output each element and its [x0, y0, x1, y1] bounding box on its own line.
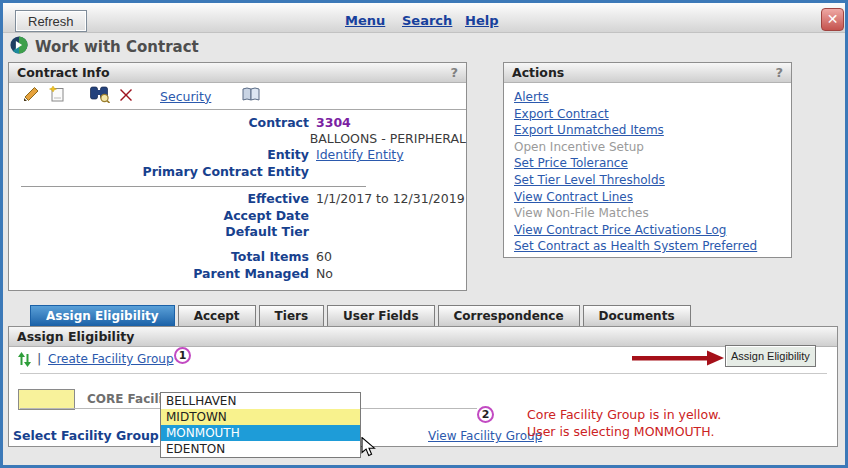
help-icon[interactable]: ? [450, 65, 458, 80]
tab-accept[interactable]: Accept [178, 305, 256, 326]
entity-label: Entity [9, 147, 309, 162]
contract-toolbar: Security [9, 83, 466, 110]
nav-search-link[interactable]: Search [402, 13, 452, 28]
dropdown-option-bellhaven[interactable]: BELLHAVEN [161, 393, 360, 409]
security-link[interactable]: Security [160, 89, 211, 104]
action-set-contract-health-system-preferred[interactable]: Set Contract as Health System Preferred [514, 239, 757, 253]
create-facility-group-link[interactable]: Create Facility Group [48, 352, 174, 366]
book-icon[interactable] [242, 87, 260, 106]
red-arrow-annotation-icon [632, 350, 724, 370]
refresh-rows-icon[interactable] [17, 352, 32, 371]
edit-pencil-icon[interactable] [23, 86, 40, 106]
page-title: Work with Contract [35, 38, 199, 56]
contract-description: BALLOONS - PERIPHERAL [310, 131, 466, 146]
parent-managed-value: No [316, 266, 333, 281]
annotation-line-1: Core Facility Group is in yellow. [527, 406, 721, 423]
action-view-non-file-matches-disabled: View Non-File Matches [514, 206, 649, 220]
action-alerts[interactable]: Alerts [514, 90, 549, 104]
dropdown-option-midtown[interactable]: MIDTOWN [161, 409, 360, 425]
action-export-unmatched-items[interactable]: Export Unmatched Items [514, 123, 664, 137]
dropdown-option-monmouth[interactable]: MONMOUTH [161, 425, 360, 441]
assign-eligibility-section-header: Assign Eligibility [9, 327, 837, 347]
section-divider [20, 373, 827, 374]
mouse-pointer-icon [361, 437, 377, 462]
contract-info-header: Contract Info ? [9, 63, 466, 83]
step-1-annotation: 1 [174, 347, 191, 364]
page-header: Work with Contract [10, 36, 199, 58]
fields-divider [21, 186, 366, 187]
nav-menu-link[interactable]: Menu [345, 13, 385, 28]
annotation-note: Core Facility Group is in yellow. User i… [527, 406, 721, 440]
top-bar: Refresh Menu Search Help ✕ [3, 3, 845, 33]
refresh-button[interactable]: Refresh [15, 10, 87, 32]
dropdown-option-edenton[interactable]: EDENTON [161, 441, 360, 457]
contract-number: 3304 [316, 115, 351, 130]
view-facility-group-link[interactable]: View Facility Group [428, 429, 542, 443]
identify-entity-link[interactable]: Identify Entity [316, 147, 404, 162]
annotation-line-2: User is selecting MONMOUTH. [527, 423, 721, 440]
actions-panel: Actions ? Alerts Export Contract Export … [503, 62, 792, 258]
core-group-color-swatch [18, 389, 75, 410]
tab-tiers[interactable]: Tiers [259, 305, 325, 326]
assign-eligibility-section-title: Assign Eligibility [17, 329, 134, 344]
nav-help-link[interactable]: Help [465, 13, 498, 28]
primary-contract-entity-label: Primary Contract Entity [9, 164, 309, 179]
action-view-contract-lines[interactable]: View Contract Lines [514, 190, 633, 204]
tab-bar: Assign Eligibility Accept Tiers User Fie… [30, 305, 691, 326]
actions-header: Actions ? [504, 63, 791, 83]
delete-x-icon[interactable] [119, 87, 133, 106]
accept-date-label: Accept Date [9, 208, 309, 223]
facility-group-dropdown-list: BELLHAVEN MIDTOWN MONMOUTH EDENTON [160, 392, 361, 458]
contract-info-panel: Contract Info ? [8, 62, 467, 291]
action-view-contract-price-activations-log[interactable]: View Contract Price Activations Log [514, 223, 726, 237]
actions-list: Alerts Export Contract Export Unmatched … [504, 83, 791, 255]
tab-user-fields[interactable]: User Fields [327, 305, 434, 326]
total-items-value: 60 [316, 249, 332, 264]
tab-assign-eligibility[interactable]: Assign Eligibility [30, 305, 175, 326]
app-window: Refresh Menu Search Help ✕ Work with Con… [0, 0, 848, 468]
step-2-annotation: 2 [477, 406, 494, 423]
contract-label: Contract [9, 115, 309, 130]
action-open-incentive-setup-disabled: Open Incentive Setup [514, 140, 644, 154]
parent-managed-label: Parent Managed [9, 266, 309, 281]
action-export-contract[interactable]: Export Contract [514, 107, 609, 121]
help-icon[interactable]: ? [775, 65, 783, 80]
tab-documents[interactable]: Documents [583, 305, 691, 326]
effective-value: 1/1/2017 to 12/31/2019 [316, 191, 465, 206]
find-binoculars-icon[interactable] [90, 86, 110, 107]
close-icon[interactable]: ✕ [821, 8, 844, 31]
effective-label: Effective [9, 191, 309, 206]
total-items-label: Total Items [9, 249, 309, 264]
new-note-icon[interactable] [49, 86, 65, 106]
tab-correspondence[interactable]: Correspondence [438, 305, 580, 326]
select-facility-group-label: Select Facility Group [13, 428, 159, 443]
action-set-price-tolerance[interactable]: Set Price Tolerance [514, 156, 628, 170]
assign-eligibility-button[interactable]: Assign Eligibility [725, 345, 816, 367]
app-logo-icon [10, 36, 28, 58]
contract-info-title: Contract Info [17, 65, 110, 80]
toolbar-separator: | [37, 351, 41, 366]
default-tier-label: Default Tier [9, 224, 309, 239]
action-set-tier-level-thresholds[interactable]: Set Tier Level Thresholds [514, 173, 665, 187]
contract-fields: Contract 3304 BALLOONS - PERIPHERAL Enti… [9, 110, 466, 282]
actions-title: Actions [512, 65, 564, 80]
